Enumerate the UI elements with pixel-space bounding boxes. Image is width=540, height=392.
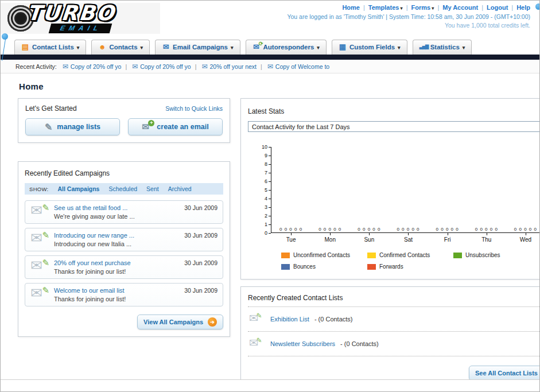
filter-scheduled[interactable]: Scheduled: [108, 185, 137, 192]
campaign-date: 30 Jun 2009: [184, 259, 217, 266]
manage-lists-button[interactable]: manage lists: [25, 118, 120, 135]
recent-activity-link[interactable]: Copy of 20% off yo: [140, 63, 191, 70]
view-all-campaigns-button[interactable]: View All Campaigns: [137, 315, 223, 329]
envelope-pencil-icon: [249, 313, 262, 325]
see-all-contact-lists-label: See All Contact Lists: [475, 370, 538, 377]
campaign-title-link[interactable]: Introducing our new range ...: [54, 232, 179, 239]
get-started-title: Let's Get Started: [25, 104, 77, 112]
create-email-button[interactable]: create an email: [128, 118, 223, 135]
top-link-help[interactable]: Help: [508, 4, 530, 11]
campaign-subtitle: Thanks for joining our list!: [54, 268, 179, 275]
tab-label: Contact Lists: [32, 44, 74, 51]
legend-swatch: [453, 253, 462, 258]
chart-y-axis: 109876543210: [256, 147, 271, 233]
legend-label: Bounces: [293, 263, 316, 270]
campaign-title-link[interactable]: 20% off your next purchase: [54, 259, 179, 266]
logo-word-turbo: TURBO: [26, 1, 116, 25]
chart-zero-row: 0 0 0 0 00 0 0 0 00 0 0 0 00 0 0 0 00 0 …: [271, 227, 539, 232]
legend-label: Forwards: [379, 263, 403, 270]
turbo-email-logo[interactable]: TURBO EMAIL: [1, 3, 160, 34]
campaign-date: 30 Jun 2009: [184, 204, 217, 211]
recent-contact-lists-panel: Recently Created Contact Lists Exhibitio…: [240, 286, 539, 380]
envelope-icon: [132, 63, 138, 71]
campaign-subtitle: We're giving away our late ...: [54, 213, 179, 220]
manage-lists-label: manage lists: [57, 123, 100, 131]
tab-contact-lists[interactable]: Contact Lists: [14, 40, 86, 55]
campaign-row: 20% off your next purchase Thanks for jo…: [25, 255, 223, 279]
envelope-pencil-icon: [30, 204, 49, 219]
create-email-label: create an email: [157, 123, 208, 131]
campaign-title-link[interactable]: Welcome to our email list: [54, 287, 179, 294]
contact-activity-chart: 109876543210 0 0 0 0 00 0 0 0 00 0 0 0 0…: [256, 147, 539, 270]
filter-all-campaigns[interactable]: All Campaigns: [58, 185, 100, 192]
x-axis-label: Thu: [467, 233, 506, 243]
contact-list-count: - (0 Contacts): [314, 316, 353, 323]
chevron-down-icon: [77, 44, 80, 51]
top-link-home[interactable]: Home: [342, 4, 360, 11]
tab-custom-fields[interactable]: Custom Fields: [332, 40, 407, 55]
bar-group-values: 0 0 0 0 0: [349, 227, 389, 232]
contact-lists-title: Recently Created Contact Lists: [248, 294, 539, 307]
tab-statistics[interactable]: Statistics: [413, 40, 472, 55]
stats-period-value: Contact Activity for the Last 7 Days: [252, 123, 350, 130]
chevron-down-icon: [317, 44, 320, 51]
statistics-icon: [419, 43, 428, 51]
campaign-title-link[interactable]: See us at the retail food ...: [54, 204, 179, 211]
envelope-icon: [267, 63, 273, 71]
recent-activity-link[interactable]: Copy of 20% off yo: [71, 63, 122, 70]
top-link-logout[interactable]: Logout: [478, 4, 508, 11]
campaign-date: 30 Jun 2009: [184, 287, 217, 294]
top-link-my-account[interactable]: My Account: [434, 4, 478, 11]
recent-activity-item: Copy of 20% off yo: [63, 63, 132, 71]
chart-legend: Unconfirmed ContactsConfirmed ContactsUn…: [281, 252, 539, 270]
recent-activity-link[interactable]: 20% off your next: [210, 63, 257, 70]
chevron-down-icon: [398, 44, 401, 51]
pencil-icon: [45, 122, 52, 133]
chevron-down-icon: [231, 44, 234, 51]
filter-sent[interactable]: Sent: [146, 185, 159, 192]
envelope-pencil-icon: [30, 259, 49, 274]
tab-label: Email Campaigns: [173, 44, 228, 51]
bar-group-values: 0 0 0 0 0: [467, 227, 506, 232]
tab-autoresponders[interactable]: Autoresponders: [246, 40, 327, 55]
switch-quick-links-link[interactable]: Switch to Quick Links: [165, 105, 223, 112]
legend-item: Confirmed Contacts: [367, 252, 453, 258]
legend-swatch: [367, 253, 376, 258]
tab-email-campaigns[interactable]: Email Campaigns: [155, 40, 240, 55]
login-status-text: You are logged in as 'Timothy Smith' | S…: [287, 13, 530, 20]
see-all-contact-lists-button[interactable]: See All Contact Lists: [469, 366, 539, 380]
contact-list-link[interactable]: Exhibition List: [270, 316, 309, 323]
nav-divider-bar: [1, 55, 539, 60]
campaign-list: See us at the retail food ... We're givi…: [25, 200, 223, 306]
filter-archived[interactable]: Archived: [168, 185, 192, 192]
campaigns-panel-title: Recently Edited Campaigns: [25, 169, 110, 177]
legend-swatch: [367, 264, 376, 270]
stats-period-select[interactable]: Contact Activity for the Last 7 Days: [248, 121, 539, 132]
x-axis-label: Fri: [428, 233, 467, 243]
chart-plot-area: 0 0 0 0 00 0 0 0 00 0 0 0 00 0 0 0 00 0 …: [271, 147, 539, 233]
envelope-pencil-icon: [249, 338, 262, 350]
x-axis-label: Mon: [310, 233, 349, 243]
main-navigation: Contact Lists Contacts Email Campaigns A…: [1, 35, 539, 55]
main-content: Home Let's Get Started Switch to Quick L…: [1, 73, 539, 380]
legend-item: Bounces: [281, 263, 367, 270]
campaign-row: See us at the retail food ... We're givi…: [25, 200, 223, 224]
contacts-icon: [98, 43, 106, 51]
chart-x-labels: TueMonSunSatFriThuWed: [271, 233, 539, 243]
recent-activity-item: Copy of Welcome to: [267, 63, 329, 71]
envelope-icon: [63, 63, 68, 71]
autoresponders-icon: [252, 43, 261, 51]
envelope-pencil-icon: [30, 287, 49, 302]
header-right: HomeTemplatesFormsMy AccountLogoutHelp Y…: [287, 3, 530, 35]
top-link-forms[interactable]: Forms: [403, 4, 434, 11]
top-link-templates[interactable]: Templates: [360, 4, 403, 11]
x-axis-label: Sun: [349, 233, 389, 243]
contact-list-link[interactable]: Newsletter Subscribers: [270, 340, 335, 347]
legend-label: Confirmed Contacts: [379, 252, 430, 258]
recent-activity-link[interactable]: Copy of Welcome to: [275, 63, 329, 70]
tab-contacts[interactable]: Contacts: [91, 40, 150, 55]
view-all-campaigns-label: View All Campaigns: [143, 319, 203, 325]
page-title: Home: [19, 81, 522, 91]
bar-group-values: 0 0 0 0 0: [271, 227, 310, 232]
chevron-down-icon: [463, 44, 465, 51]
